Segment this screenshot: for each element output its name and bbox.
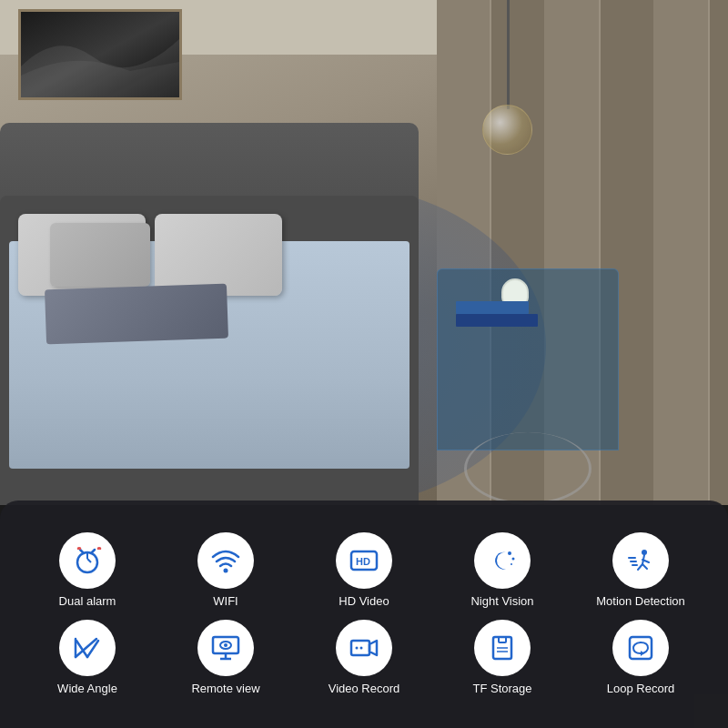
book-1 bbox=[456, 301, 529, 314]
wifi-icon bbox=[209, 544, 242, 577]
svg-line-3 bbox=[87, 559, 91, 562]
svg-point-10 bbox=[512, 558, 515, 561]
features-panel: Dual alarm WIFI HD bbox=[0, 500, 728, 728]
feature-hd-video: HD HD Video bbox=[305, 532, 423, 609]
storage-icon bbox=[486, 632, 519, 664]
wide-angle-label: Wide Angle bbox=[57, 682, 117, 696]
nightstand-surface bbox=[437, 268, 619, 450]
angle-icon bbox=[71, 632, 104, 664]
features-row-1: Dual alarm WIFI HD bbox=[18, 532, 710, 609]
pendant-bulb bbox=[482, 105, 532, 155]
pendant-cord bbox=[507, 0, 510, 109]
eye-monitor-icon bbox=[209, 632, 242, 664]
motion-detection-icon-circle bbox=[612, 532, 669, 589]
wide-angle-icon-circle bbox=[59, 620, 116, 676]
loop-record-icon-circle bbox=[612, 620, 669, 676]
decor-items bbox=[451, 274, 606, 347]
features-row-2: Wide Angle Remote view bbox=[18, 620, 710, 696]
svg-point-6 bbox=[224, 569, 228, 573]
feature-video-record: Video Record bbox=[305, 620, 423, 696]
svg-rect-27 bbox=[499, 637, 506, 642]
main-container: Dual alarm WIFI HD bbox=[0, 0, 728, 728]
feature-remote-view: Remote view bbox=[167, 620, 285, 696]
pillow-center bbox=[50, 223, 150, 287]
svg-point-24 bbox=[356, 647, 359, 650]
tf-storage-icon-circle bbox=[474, 620, 531, 676]
hd-video-label: HD Video bbox=[339, 594, 389, 609]
feature-night-vision: Night Vision bbox=[443, 532, 561, 609]
feature-wifi: WIFI bbox=[167, 532, 285, 609]
hd-icon: HD bbox=[348, 544, 380, 577]
svg-point-22 bbox=[224, 643, 228, 647]
alarm-icon bbox=[71, 544, 104, 577]
nightstand bbox=[437, 268, 619, 505]
svg-line-5 bbox=[91, 550, 95, 553]
hd-video-icon-circle: HD bbox=[336, 532, 392, 589]
night-vision-label: Night Vision bbox=[470, 594, 533, 609]
svg-point-9 bbox=[508, 551, 511, 555]
artwork bbox=[18, 9, 182, 100]
wifi-label: WIFI bbox=[213, 594, 238, 609]
video-record-icon-circle bbox=[336, 620, 392, 676]
motion-icon bbox=[624, 544, 657, 577]
feature-loop-record: Loop Record bbox=[581, 620, 700, 696]
svg-text:HD: HD bbox=[356, 556, 370, 567]
nightstand-leg bbox=[464, 432, 592, 505]
bed bbox=[0, 159, 437, 505]
svg-point-11 bbox=[511, 563, 512, 565]
svg-line-4 bbox=[80, 550, 84, 553]
motion-detection-label: Motion Detection bbox=[596, 594, 685, 609]
video-record-label: Video Record bbox=[329, 682, 400, 696]
feature-dual-alarm: Dual alarm bbox=[28, 532, 147, 609]
loop-icon bbox=[624, 632, 657, 664]
feature-tf-storage: TF Storage bbox=[443, 620, 561, 696]
feature-motion-detection: Motion Detection bbox=[581, 532, 700, 609]
wifi-icon-circle bbox=[197, 532, 254, 589]
svg-marker-31 bbox=[641, 651, 644, 656]
blanket-accent bbox=[45, 284, 228, 345]
remote-view-icon-circle bbox=[197, 620, 254, 676]
dual-alarm-icon-circle bbox=[59, 532, 116, 589]
feature-wide-angle: Wide Angle bbox=[28, 620, 147, 696]
remote-view-label: Remote view bbox=[191, 682, 259, 696]
moon-icon bbox=[486, 544, 519, 577]
room-background bbox=[0, 0, 728, 505]
dual-alarm-label: Dual alarm bbox=[59, 594, 116, 609]
loop-record-label: Loop Record bbox=[607, 682, 674, 696]
night-vision-icon-circle bbox=[474, 532, 531, 589]
tf-storage-label: TF Storage bbox=[472, 682, 531, 696]
bed-frame bbox=[0, 196, 419, 505]
svg-point-25 bbox=[360, 647, 363, 650]
book-2 bbox=[456, 314, 538, 327]
video-camera-icon bbox=[348, 632, 380, 664]
